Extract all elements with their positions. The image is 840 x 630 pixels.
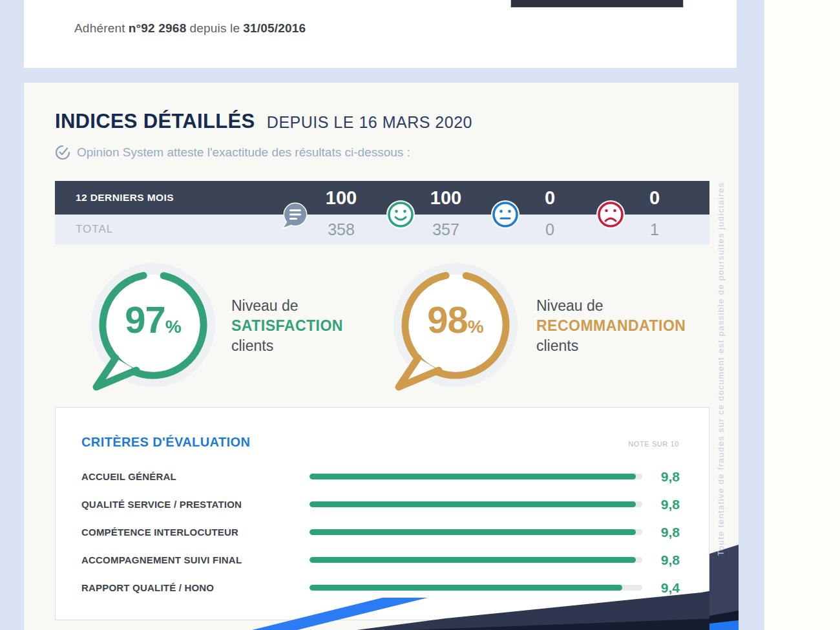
anti-fraud-note: Toute tentative de fraudes sur ce docume…	[716, 165, 726, 556]
section-title-row: INDICES DÉTAILLÉS DEPUIS LE 16 MARS 2020	[55, 110, 472, 133]
rating-bar-fill	[310, 529, 636, 535]
recommendation-value: 98%	[388, 298, 523, 341]
criteria-row: ACCUEIL GÉNÉRAL 9,8	[81, 463, 680, 490]
total-positive-value: 357	[410, 220, 481, 239]
certificate-card: INDICES DÉTAILLÉS DEPUIS LE 16 MARS 2020…	[24, 83, 739, 630]
check-circle-icon	[55, 145, 70, 160]
document-viewport: Adhérentn°92 2968depuis le31/05/2016 IND…	[0, 0, 840, 630]
rating-bar-track	[310, 474, 642, 479]
sad-face-icon	[596, 200, 625, 229]
total-neutral-value: 0	[514, 220, 585, 239]
recent-comments-value: 100	[306, 187, 377, 209]
rating-bar-track	[310, 585, 642, 591]
evaluation-criteria-card: CRITÈRES D'ÉVALUATION NOTE SUR 10 ACCUEI…	[55, 407, 709, 620]
rating-bar-track	[310, 501, 642, 507]
rating-bar-track	[310, 529, 642, 535]
criteria-row: QUALITÉ SERVICE / PRESTATION 9,8	[81, 490, 680, 518]
recent-row-label: 12 DERNIERS MOIS	[55, 192, 278, 204]
recommendation-label: Niveau de RECOMMANDATION clients	[536, 296, 686, 356]
membership-prefix: Adhérent	[74, 21, 125, 35]
criteria-row: COMPÉTENCE INTERLOCUTEUR 9,8	[81, 518, 680, 546]
rating-bar-fill	[310, 501, 636, 507]
membership-card: Adhérentn°92 2968depuis le31/05/2016	[24, 0, 737, 68]
total-comments-value: 358	[306, 220, 377, 239]
rating-bar-track	[310, 557, 642, 563]
criteria-row: RAPPORT QUALITÉ / HONO 9,4	[81, 574, 680, 602]
total-row-label: TOTAL	[55, 223, 278, 236]
truncated-header-bar	[510, 0, 684, 8]
total-negative-value: 1	[619, 220, 690, 239]
page-title: INDICES DÉTAILLÉS	[55, 110, 255, 132]
membership-date: 31/05/2016	[243, 21, 306, 35]
satisfaction-badge: 97%	[85, 260, 221, 396]
attestation-text: Opinion System atteste l'exactitude des …	[77, 145, 410, 160]
background-right-panel	[764, 0, 840, 630]
membership-middle: depuis le	[189, 21, 240, 35]
decor-right-blue-band	[709, 620, 739, 630]
criteria-title: CRITÈRES D'ÉVALUATION	[81, 435, 250, 450]
criteria-rows: ACCUEIL GÉNÉRAL 9,8 QUALITÉ SERVICE / PR…	[81, 463, 680, 602]
scores-table: 12 DERNIERS MOIS 100 100 0 0 TOTAL 358 3…	[55, 181, 709, 244]
decor-right-wedge	[709, 545, 739, 630]
scale-note: NOTE SUR 10	[628, 440, 679, 448]
rating-bar-fill	[310, 557, 636, 563]
satisfaction-label: Niveau de SATISFACTION clients	[231, 296, 343, 356]
recommendation-badge: 98%	[388, 260, 523, 396]
satisfaction-value: 97%	[85, 298, 221, 341]
decor-right-dark-band	[709, 609, 739, 630]
criteria-row: ACCOMPAGNEMENT SUIVI FINAL 9,8	[81, 546, 680, 574]
neutral-face-icon	[490, 200, 520, 229]
rating-bar-fill	[310, 585, 622, 591]
recent-neutral-value: 0	[514, 187, 585, 209]
membership-line: Adhérentn°92 2968depuis le31/05/2016	[74, 21, 309, 36]
recent-positive-value: 100	[410, 187, 481, 209]
happy-face-icon	[386, 200, 415, 229]
recent-negative-value: 0	[619, 187, 690, 209]
page-subtitle: DEPUIS LE 16 MARS 2020	[267, 113, 472, 131]
comment-bubble-icon	[280, 200, 310, 229]
attestation-row: Opinion System atteste l'exactitude des …	[55, 145, 410, 160]
rating-bar-fill	[310, 474, 636, 479]
membership-number: n°92 2968	[129, 21, 187, 35]
